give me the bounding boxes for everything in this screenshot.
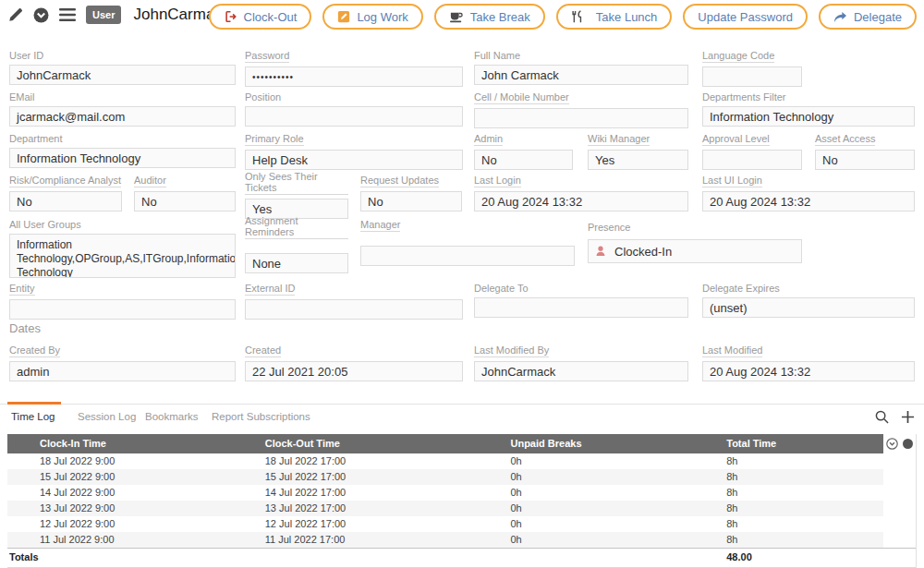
all-user-groups-input[interactable]: Information Technology,OPGroup,AS,ITGrou… <box>9 234 236 278</box>
field-last-ui-login: Last UI Login 20 Aug 2024 13:32 <box>702 171 915 211</box>
cell-unpaid-breaks: 0h <box>478 469 694 485</box>
button-label: Take Lunch <box>596 10 658 24</box>
last-modified-by-input[interactable]: JohnCarmack <box>474 361 688 381</box>
auditor-input[interactable]: No <box>134 191 236 211</box>
cell-total-time: 8h <box>694 453 883 469</box>
created-by-input[interactable]: admin <box>9 361 236 381</box>
log-work-button[interactable]: Log Work <box>322 4 422 30</box>
field-label: Only Sees Their Tickets <box>245 171 348 195</box>
search-icon[interactable] <box>875 410 889 424</box>
field-label: Full Name <box>474 50 520 61</box>
field-label: Entity <box>9 283 35 296</box>
asset-access-input[interactable]: No <box>815 150 915 170</box>
full-name-input[interactable]: John Carmack <box>474 65 688 85</box>
user-id-input[interactable]: JohnCarmack <box>9 65 236 85</box>
language-code-input[interactable] <box>702 66 802 87</box>
cell-clock-out: 12 Jul 2022 17:00 <box>233 516 479 532</box>
field-entity: Entity <box>9 279 236 320</box>
field-last-modified: Last Modified 20 Aug 2024 13:32 <box>702 341 915 381</box>
password-input[interactable]: •••••••••• <box>245 66 463 87</box>
email-input[interactable]: jcarmack@mail.com <box>9 106 236 127</box>
delegate-expires-input[interactable]: (unset) <box>702 297 915 318</box>
cell-mobile-input[interactable] <box>474 108 688 128</box>
field-all-user-groups: All User Groups Information Technology,O… <box>9 215 236 278</box>
field-asset-access: Asset Access No <box>815 129 915 170</box>
request-updates-input[interactable]: No <box>360 191 462 211</box>
field-external-id: External ID <box>245 279 463 320</box>
column-options-icon[interactable] <box>903 439 913 449</box>
field-label: Request Updates <box>360 175 439 187</box>
table-row[interactable]: 11 Jul 2022 9:00 11 Jul 2022 17:00 0h 8h <box>7 532 916 548</box>
totals-row: Totals 48.00 <box>7 548 916 568</box>
collapse-circle-icon[interactable] <box>33 7 49 23</box>
field-label: Delegate To <box>474 283 529 294</box>
add-icon[interactable] <box>901 410 915 424</box>
cell-clock-in: 12 Jul 2022 9:00 <box>7 516 233 532</box>
field-label: Created <box>245 344 281 357</box>
position-input[interactable] <box>245 106 463 127</box>
col-header-clock-in[interactable]: Clock-In Time <box>7 434 233 453</box>
table-header-actions <box>883 434 916 453</box>
take-lunch-button[interactable]: Take Lunch <box>556 4 673 30</box>
last-ui-login-input[interactable]: 20 Aug 2024 13:32 <box>702 191 915 211</box>
cell-clock-out: 13 Jul 2022 17:00 <box>233 501 479 516</box>
field-request-updates: Request Updates No <box>360 171 462 211</box>
admin-input[interactable]: No <box>474 150 573 170</box>
table-row[interactable]: 14 Jul 2022 9:00 14 Jul 2022 17:00 0h 8h <box>7 485 916 501</box>
delegate-button[interactable]: Delegate <box>819 4 917 30</box>
collapse-rows-icon[interactable] <box>886 438 898 450</box>
presence-field[interactable]: Clocked-In <box>588 239 802 263</box>
field-full-name: Full Name John Carmack <box>474 46 688 85</box>
tab-report-subscriptions[interactable]: Report Subscriptions <box>212 411 310 422</box>
tab-bookmarks[interactable]: Bookmarks <box>145 411 199 422</box>
created-input[interactable]: 22 Jul 2021 20:05 <box>245 361 463 381</box>
departments-filter-input[interactable]: Information Technology <box>702 106 915 127</box>
wiki-manager-input[interactable]: Yes <box>588 150 688 170</box>
cell-total-time: 8h <box>694 469 883 485</box>
field-admin: Admin No <box>474 129 573 170</box>
entity-input[interactable] <box>9 299 236 320</box>
tab-time-log[interactable]: Time Log <box>11 411 55 422</box>
primary-role-input[interactable]: Help Desk <box>245 150 463 170</box>
presence-value: Clocked-In <box>614 245 672 259</box>
table-row[interactable]: 18 Jul 2022 9:00 18 Jul 2022 17:00 0h 8h <box>7 453 916 469</box>
field-label: Last Modified <box>702 344 762 357</box>
update-password-button[interactable]: Update Password <box>683 4 808 30</box>
col-header-clock-out[interactable]: Clock-Out Time <box>233 434 479 453</box>
field-password: Password •••••••••• <box>245 46 463 87</box>
risk-compliance-analyst-input[interactable]: No <box>9 191 122 211</box>
last-login-input[interactable]: 20 Aug 2024 13:32 <box>474 191 688 211</box>
log-work-icon <box>337 10 350 23</box>
cell-actions <box>883 453 916 469</box>
table-row[interactable]: 15 Jul 2022 9:00 15 Jul 2022 17:00 0h 8h <box>7 469 916 485</box>
delegate-to-input[interactable] <box>474 297 688 318</box>
external-id-input[interactable] <box>245 299 463 320</box>
col-header-unpaid-breaks[interactable]: Unpaid Breaks <box>478 434 694 453</box>
department-input[interactable]: Information Technology <box>9 148 236 168</box>
field-auditor: Auditor No <box>134 171 236 211</box>
clock-out-button[interactable]: Clock-Out <box>209 4 312 30</box>
field-language-code: Language Code <box>702 46 802 87</box>
take-break-button[interactable]: Take Break <box>434 4 545 30</box>
dates-section-title: Dates <box>9 321 41 335</box>
field-label: Admin <box>474 133 503 146</box>
field-delegate-to: Delegate To <box>474 279 688 318</box>
field-delegate-expires: Delegate Expires (unset) <box>702 279 915 318</box>
tab-session-log[interactable]: Session Log <box>78 411 136 422</box>
cell-clock-out: 11 Jul 2022 17:00 <box>233 532 479 548</box>
field-label: Position <box>245 91 281 103</box>
manager-input[interactable] <box>360 246 575 266</box>
col-header-total-time[interactable]: Total Time <box>694 434 883 453</box>
cell-actions <box>883 532 916 548</box>
table-row[interactable]: 12 Jul 2022 9:00 12 Jul 2022 17:00 0h 8h <box>7 516 916 532</box>
menu-icon[interactable] <box>59 8 76 21</box>
edit-icon[interactable] <box>7 7 23 23</box>
cell-unpaid-breaks: 0h <box>478 501 694 516</box>
field-label: Wiki Manager <box>588 133 650 146</box>
approval-level-input[interactable] <box>702 150 802 170</box>
cell-actions <box>883 501 916 516</box>
last-modified-input[interactable]: 20 Aug 2024 13:32 <box>702 361 915 381</box>
assignment-reminders-input[interactable]: None <box>245 253 348 273</box>
cell-clock-out: 15 Jul 2022 17:00 <box>233 469 479 485</box>
table-row[interactable]: 13 Jul 2022 9:00 13 Jul 2022 17:00 0h 8h <box>7 501 916 516</box>
